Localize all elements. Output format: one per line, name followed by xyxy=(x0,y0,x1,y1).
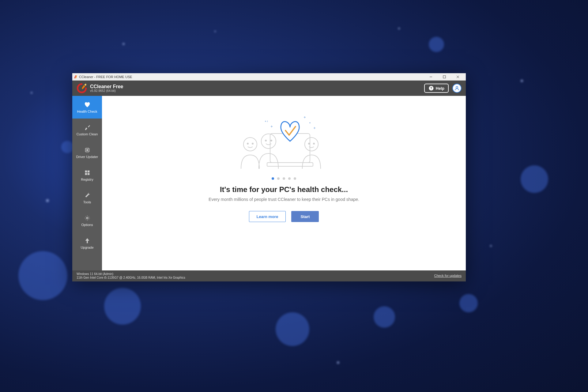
carousel-dots[interactable] xyxy=(272,177,296,180)
sidebar-item-upgrade[interactable]: Upgrade xyxy=(72,232,102,254)
app-icon xyxy=(74,75,78,79)
status-os: Windows 11 64-bit (Admin) xyxy=(77,272,185,276)
svg-point-31 xyxy=(271,140,272,141)
svg-rect-21 xyxy=(85,170,87,172)
sidebar-item-health-check[interactable]: Health Check xyxy=(72,96,102,119)
check-for-updates-link[interactable]: Check for updates xyxy=(434,274,462,278)
arrow-up-icon xyxy=(84,237,91,244)
sidebar-item-options[interactable]: Options xyxy=(72,209,102,232)
sidebar: Health Check Custom Clean Driver Updater… xyxy=(72,96,102,270)
learn-more-label: Learn more xyxy=(257,214,278,219)
svg-rect-1 xyxy=(443,76,446,78)
sidebar-item-label: Upgrade xyxy=(81,246,93,249)
svg-point-32 xyxy=(305,138,318,151)
svg-point-28 xyxy=(252,143,253,144)
minimize-button[interactable] xyxy=(424,73,438,81)
svg-rect-23 xyxy=(85,173,87,175)
help-label: Help xyxy=(436,86,444,91)
svg-point-33 xyxy=(308,143,310,144)
app-header: CCleaner Free v5.92.9652 (64-bit) ? Help xyxy=(72,81,466,96)
sidebar-item-label: Health Check xyxy=(77,110,97,113)
help-icon: ? xyxy=(428,85,434,91)
ccleaner-logo-icon xyxy=(77,83,87,93)
svg-point-30 xyxy=(265,140,266,141)
svg-rect-24 xyxy=(87,173,89,175)
app-body: Health Check Custom Clean Driver Updater… xyxy=(72,96,466,270)
svg-rect-22 xyxy=(87,170,89,172)
start-button[interactable]: Start xyxy=(291,211,319,222)
app-window: CCleaner - FREE FOR HOME USE CCleaner Fr… xyxy=(72,73,466,281)
carousel-dot-1[interactable] xyxy=(272,177,274,180)
help-button[interactable]: ? Help xyxy=(424,84,449,93)
sidebar-item-label: Options xyxy=(81,223,93,227)
svg-point-34 xyxy=(313,143,315,144)
main-panel: It's time for your PC's health check... … xyxy=(102,96,466,270)
carousel-dot-3[interactable] xyxy=(283,177,285,180)
svg-point-25 xyxy=(86,217,88,219)
close-button[interactable] xyxy=(451,73,465,81)
status-bar: Windows 11 64-bit (Admin) 11th Gen Intel… xyxy=(72,270,466,281)
gear-icon xyxy=(84,215,91,221)
carousel-dot-2[interactable] xyxy=(277,177,280,180)
sidebar-item-label: Driver Updater xyxy=(76,155,98,159)
maximize-button[interactable] xyxy=(438,73,451,81)
sidebar-item-registry[interactable]: Registry xyxy=(72,164,102,187)
sidebar-item-label: Registry xyxy=(81,178,93,181)
svg-point-6 xyxy=(456,86,458,88)
heart-icon xyxy=(84,101,91,108)
status-hw: 11th Gen Intel Core i5-1135G7 @ 2.40GHz,… xyxy=(77,276,185,280)
product-version: v5.92.9652 (64-bit) xyxy=(90,89,123,92)
wrench-icon xyxy=(84,192,91,199)
svg-point-26 xyxy=(243,138,257,151)
sidebar-item-driver-updater[interactable]: Driver Updater xyxy=(72,141,102,164)
account-button[interactable] xyxy=(452,84,462,93)
carousel-dot-4[interactable] xyxy=(288,177,291,180)
start-label: Start xyxy=(301,214,310,219)
chip-icon xyxy=(84,147,91,153)
svg-point-38 xyxy=(309,122,311,123)
svg-text:?: ? xyxy=(430,86,432,90)
svg-point-29 xyxy=(261,134,276,149)
grid-icon xyxy=(84,169,91,176)
svg-rect-8 xyxy=(86,149,88,151)
learn-more-button[interactable]: Learn more xyxy=(249,211,286,222)
sidebar-item-label: Tools xyxy=(83,200,91,204)
window-title: CCleaner - FREE FOR HOME USE xyxy=(79,75,132,79)
health-check-illustration xyxy=(232,104,336,175)
sidebar-item-label: Custom Clean xyxy=(77,132,98,136)
window-titlebar: CCleaner - FREE FOR HOME USE xyxy=(72,73,466,81)
main-subtext: Every month millions of people trust CCl… xyxy=(209,197,359,202)
product-name: CCleaner Free xyxy=(90,84,123,89)
svg-point-37 xyxy=(265,121,266,122)
sidebar-item-tools[interactable]: Tools xyxy=(72,187,102,209)
svg-rect-36 xyxy=(267,163,313,166)
user-icon xyxy=(454,85,460,91)
sidebar-item-custom-clean[interactable]: Custom Clean xyxy=(72,119,102,141)
svg-point-27 xyxy=(247,143,248,144)
main-headline: It's time for your PC's health check... xyxy=(220,185,348,194)
carousel-dot-5[interactable] xyxy=(294,177,296,180)
brush-icon xyxy=(84,124,91,131)
